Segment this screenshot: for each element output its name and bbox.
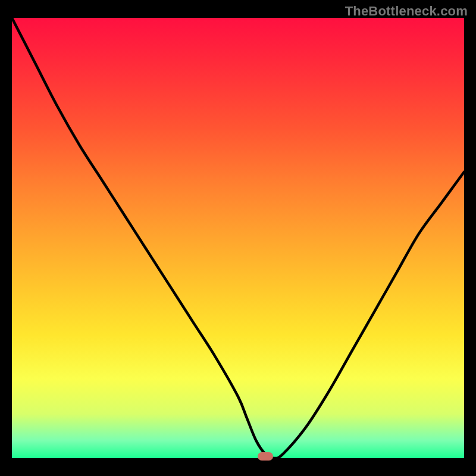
watermark-text: TheBottleneck.com: [345, 4, 468, 19]
bottleneck-curve: [12, 18, 464, 458]
chart-frame: TheBottleneck.com: [0, 0, 476, 476]
optimal-marker: [258, 452, 273, 461]
plot-area: [12, 18, 464, 458]
